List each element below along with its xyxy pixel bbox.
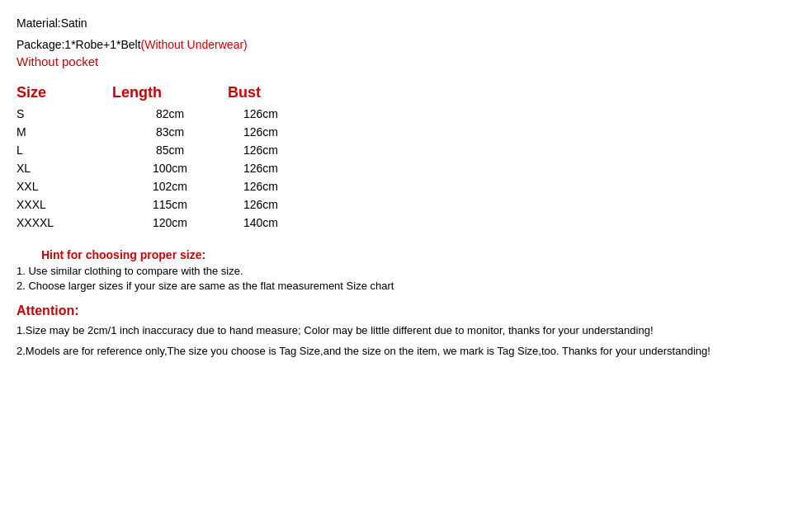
cell-length: 102cm — [112, 177, 228, 195]
cell-size: XXL — [17, 177, 112, 195]
col-header-bust: Bust — [228, 82, 294, 105]
table-row: S82cm126cm — [17, 105, 294, 123]
hint-title: Hint for choosing proper size: — [17, 248, 795, 261]
cell-length: 120cm — [112, 214, 228, 232]
hint-item-1: 1. Use similar clothing to compare with … — [17, 265, 795, 277]
cell-length: 115cm — [112, 195, 228, 214]
attention-section: Attention: 1.Size may be 2cm/1 inch inac… — [17, 303, 795, 359]
package-prefix: Package:1*Robe+1*Belt — [17, 38, 141, 51]
cell-size: L — [17, 141, 112, 159]
cell-size: M — [17, 123, 112, 141]
hint-section: Hint for choosing proper size: 1. Use si… — [17, 248, 795, 292]
cell-bust: 126cm — [228, 195, 294, 214]
col-header-size: Size — [17, 82, 112, 105]
col-header-length: Length — [112, 82, 228, 105]
cell-length: 82cm — [112, 105, 228, 123]
cell-size: XXXL — [17, 195, 112, 214]
cell-bust: 126cm — [228, 105, 294, 123]
package-line: Package:1*Robe+1*Belt(Without Underwear) — [17, 38, 795, 51]
package-suffix: (Without Underwear) — [141, 38, 248, 51]
cell-bust: 126cm — [228, 159, 294, 177]
attention-item-1: 1.Size may be 2cm/1 inch inaccuracy due … — [17, 322, 795, 339]
cell-size: S — [17, 105, 112, 123]
without-pocket-label: Without pocket — [17, 54, 795, 68]
table-row: M83cm126cm — [17, 123, 294, 141]
cell-length: 100cm — [112, 159, 228, 177]
cell-bust: 126cm — [228, 141, 294, 159]
cell-size: XL — [17, 159, 112, 177]
cell-bust: 126cm — [228, 177, 294, 195]
table-row: XXXL115cm126cm — [17, 195, 294, 214]
cell-size: XXXXL — [17, 214, 112, 232]
hint-item-2: 2. Choose larger sizes if your size are … — [17, 280, 795, 292]
cell-bust: 140cm — [228, 214, 294, 232]
material-line: Material:Satin — [17, 16, 795, 30]
table-row: XXXXL120cm140cm — [17, 214, 294, 232]
cell-length: 83cm — [112, 123, 228, 141]
table-row: L85cm126cm — [17, 141, 294, 159]
table-row: XL100cm126cm — [17, 159, 294, 177]
attention-item-2: 2.Models are for reference only,The size… — [17, 343, 795, 360]
size-table-header: Size Length Bust — [17, 82, 294, 105]
attention-title: Attention: — [17, 303, 795, 318]
size-table: Size Length Bust S82cm126cmM83cm126cmL85… — [17, 82, 294, 232]
table-row: XXL102cm126cm — [17, 177, 294, 195]
cell-bust: 126cm — [228, 123, 294, 141]
cell-length: 85cm — [112, 141, 228, 159]
